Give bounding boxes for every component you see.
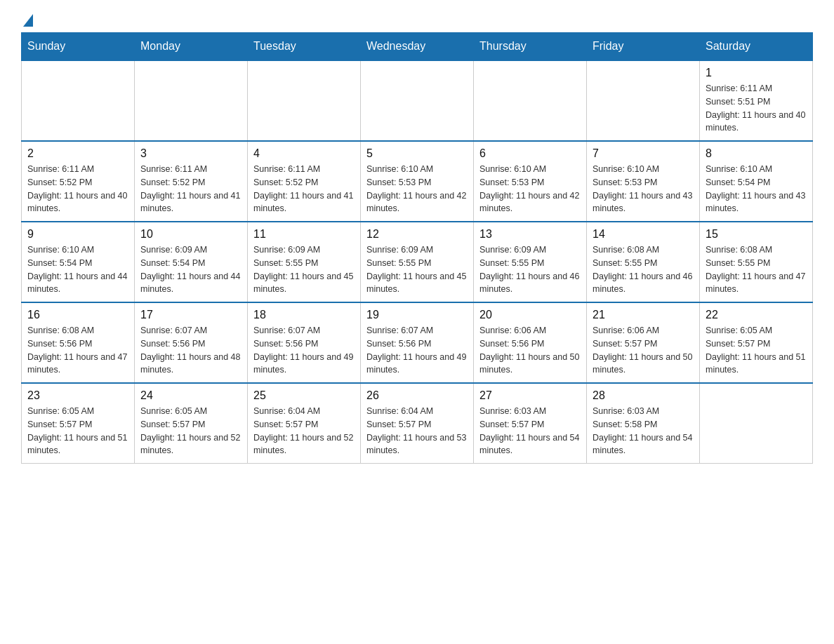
day-info: Sunrise: 6:11 AM Sunset: 5:52 PM Dayligh… xyxy=(253,163,355,215)
day-number: 4 xyxy=(253,147,355,160)
day-info: Sunrise: 6:08 AM Sunset: 5:56 PM Dayligh… xyxy=(27,324,128,377)
calendar-cell: 21Sunrise: 6:06 AM Sunset: 5:57 PM Dayli… xyxy=(587,302,700,383)
calendar-table: SundayMondayTuesdayWednesdayThursdayFrid… xyxy=(21,32,813,464)
calendar-cell: 19Sunrise: 6:07 AM Sunset: 5:56 PM Dayli… xyxy=(361,302,474,383)
day-number: 6 xyxy=(479,147,581,160)
day-number: 11 xyxy=(253,228,355,241)
calendar-cell: 2Sunrise: 6:11 AM Sunset: 5:52 PM Daylig… xyxy=(22,141,135,222)
day-info: Sunrise: 6:11 AM Sunset: 5:51 PM Dayligh… xyxy=(706,82,807,135)
day-info: Sunrise: 6:05 AM Sunset: 5:57 PM Dayligh… xyxy=(140,405,241,457)
calendar-header-thursday: Thursday xyxy=(474,33,587,61)
day-info: Sunrise: 6:06 AM Sunset: 5:57 PM Dayligh… xyxy=(593,324,694,377)
calendar-cell: 9Sunrise: 6:10 AM Sunset: 5:54 PM Daylig… xyxy=(22,222,135,302)
day-number: 17 xyxy=(140,309,241,321)
calendar-week-row: 23Sunrise: 6:05 AM Sunset: 5:57 PM Dayli… xyxy=(22,383,813,464)
day-info: Sunrise: 6:07 AM Sunset: 5:56 PM Dayligh… xyxy=(366,324,468,377)
day-info: Sunrise: 6:06 AM Sunset: 5:56 PM Dayligh… xyxy=(479,324,581,377)
day-number: 26 xyxy=(366,389,468,402)
calendar-week-row: 9Sunrise: 6:10 AM Sunset: 5:54 PM Daylig… xyxy=(22,222,813,302)
calendar-cell: 4Sunrise: 6:11 AM Sunset: 5:52 PM Daylig… xyxy=(248,141,361,222)
calendar-cell: 7Sunrise: 6:10 AM Sunset: 5:53 PM Daylig… xyxy=(587,141,700,222)
day-number: 14 xyxy=(593,228,694,241)
day-number: 22 xyxy=(706,309,807,321)
calendar-cell: 12Sunrise: 6:09 AM Sunset: 5:55 PM Dayli… xyxy=(361,222,474,302)
calendar-week-row: 16Sunrise: 6:08 AM Sunset: 5:56 PM Dayli… xyxy=(22,302,813,383)
day-info: Sunrise: 6:04 AM Sunset: 5:57 PM Dayligh… xyxy=(366,405,468,457)
day-info: Sunrise: 6:07 AM Sunset: 5:56 PM Dayligh… xyxy=(140,324,241,377)
day-number: 7 xyxy=(593,147,694,160)
calendar-cell xyxy=(135,60,248,141)
day-info: Sunrise: 6:11 AM Sunset: 5:52 PM Dayligh… xyxy=(27,163,128,215)
calendar-cell: 26Sunrise: 6:04 AM Sunset: 5:57 PM Dayli… xyxy=(361,383,474,464)
day-number: 9 xyxy=(27,228,128,241)
day-number: 24 xyxy=(140,389,241,402)
day-info: Sunrise: 6:09 AM Sunset: 5:55 PM Dayligh… xyxy=(479,243,581,296)
calendar-cell xyxy=(587,60,700,141)
calendar-cell: 17Sunrise: 6:07 AM Sunset: 5:56 PM Dayli… xyxy=(135,302,248,383)
calendar-header-saturday: Saturday xyxy=(700,33,813,61)
day-number: 3 xyxy=(140,147,241,160)
day-number: 12 xyxy=(366,228,468,241)
calendar-cell: 11Sunrise: 6:09 AM Sunset: 5:55 PM Dayli… xyxy=(248,222,361,302)
calendar-cell: 16Sunrise: 6:08 AM Sunset: 5:56 PM Dayli… xyxy=(22,302,135,383)
day-info: Sunrise: 6:10 AM Sunset: 5:54 PM Dayligh… xyxy=(27,243,128,296)
calendar-cell xyxy=(248,60,361,141)
calendar-cell xyxy=(474,60,587,141)
day-number: 16 xyxy=(27,309,128,321)
day-number: 2 xyxy=(27,147,128,160)
day-info: Sunrise: 6:09 AM Sunset: 5:54 PM Dayligh… xyxy=(140,243,241,296)
day-info: Sunrise: 6:09 AM Sunset: 5:55 PM Dayligh… xyxy=(366,243,468,296)
day-info: Sunrise: 6:04 AM Sunset: 5:57 PM Dayligh… xyxy=(253,405,355,457)
day-info: Sunrise: 6:03 AM Sunset: 5:57 PM Dayligh… xyxy=(479,405,581,457)
calendar-week-row: 1Sunrise: 6:11 AM Sunset: 5:51 PM Daylig… xyxy=(22,60,813,141)
day-number: 19 xyxy=(366,309,468,321)
day-info: Sunrise: 6:07 AM Sunset: 5:56 PM Dayligh… xyxy=(253,324,355,377)
day-number: 23 xyxy=(27,389,128,402)
calendar-cell: 15Sunrise: 6:08 AM Sunset: 5:55 PM Dayli… xyxy=(700,222,813,302)
logo-triangle-icon xyxy=(23,14,33,27)
calendar-cell: 28Sunrise: 6:03 AM Sunset: 5:58 PM Dayli… xyxy=(587,383,700,464)
calendar-cell: 14Sunrise: 6:08 AM Sunset: 5:55 PM Dayli… xyxy=(587,222,700,302)
calendar-cell: 3Sunrise: 6:11 AM Sunset: 5:52 PM Daylig… xyxy=(135,141,248,222)
calendar-cell xyxy=(700,383,813,464)
day-info: Sunrise: 6:11 AM Sunset: 5:52 PM Dayligh… xyxy=(140,163,241,215)
day-info: Sunrise: 6:08 AM Sunset: 5:55 PM Dayligh… xyxy=(593,243,694,296)
day-info: Sunrise: 6:05 AM Sunset: 5:57 PM Dayligh… xyxy=(706,324,807,377)
calendar-cell: 13Sunrise: 6:09 AM Sunset: 5:55 PM Dayli… xyxy=(474,222,587,302)
day-info: Sunrise: 6:10 AM Sunset: 5:53 PM Dayligh… xyxy=(366,163,468,215)
day-info: Sunrise: 6:08 AM Sunset: 5:55 PM Dayligh… xyxy=(706,243,807,296)
day-number: 27 xyxy=(479,389,581,402)
day-number: 15 xyxy=(706,228,807,241)
calendar-cell: 20Sunrise: 6:06 AM Sunset: 5:56 PM Dayli… xyxy=(474,302,587,383)
day-info: Sunrise: 6:03 AM Sunset: 5:58 PM Dayligh… xyxy=(593,405,694,457)
day-number: 13 xyxy=(479,228,581,241)
calendar-cell: 8Sunrise: 6:10 AM Sunset: 5:54 PM Daylig… xyxy=(700,141,813,222)
day-number: 5 xyxy=(366,147,468,160)
calendar-cell: 18Sunrise: 6:07 AM Sunset: 5:56 PM Dayli… xyxy=(248,302,361,383)
calendar-header-row: SundayMondayTuesdayWednesdayThursdayFrid… xyxy=(22,33,813,61)
day-number: 10 xyxy=(140,228,241,241)
day-info: Sunrise: 6:09 AM Sunset: 5:55 PM Dayligh… xyxy=(253,243,355,296)
calendar-cell: 25Sunrise: 6:04 AM Sunset: 5:57 PM Dayli… xyxy=(248,383,361,464)
calendar-cell: 22Sunrise: 6:05 AM Sunset: 5:57 PM Dayli… xyxy=(700,302,813,383)
calendar-cell: 27Sunrise: 6:03 AM Sunset: 5:57 PM Dayli… xyxy=(474,383,587,464)
calendar-cell: 10Sunrise: 6:09 AM Sunset: 5:54 PM Dayli… xyxy=(135,222,248,302)
calendar-cell: 1Sunrise: 6:11 AM Sunset: 5:51 PM Daylig… xyxy=(700,60,813,141)
day-number: 8 xyxy=(706,147,807,160)
day-number: 28 xyxy=(593,389,694,402)
calendar-header-monday: Monday xyxy=(135,33,248,61)
calendar-cell xyxy=(22,60,135,141)
day-number: 1 xyxy=(706,67,807,79)
calendar-header-wednesday: Wednesday xyxy=(361,33,474,61)
day-number: 25 xyxy=(253,389,355,402)
calendar-cell: 5Sunrise: 6:10 AM Sunset: 5:53 PM Daylig… xyxy=(361,141,474,222)
calendar-header-friday: Friday xyxy=(587,33,700,61)
day-info: Sunrise: 6:05 AM Sunset: 5:57 PM Dayligh… xyxy=(27,405,128,457)
day-number: 20 xyxy=(479,309,581,321)
page-header xyxy=(21,14,813,25)
calendar-cell: 23Sunrise: 6:05 AM Sunset: 5:57 PM Dayli… xyxy=(22,383,135,464)
logo xyxy=(21,14,33,25)
day-number: 18 xyxy=(253,309,355,321)
day-info: Sunrise: 6:10 AM Sunset: 5:53 PM Dayligh… xyxy=(593,163,694,215)
day-info: Sunrise: 6:10 AM Sunset: 5:54 PM Dayligh… xyxy=(706,163,807,215)
